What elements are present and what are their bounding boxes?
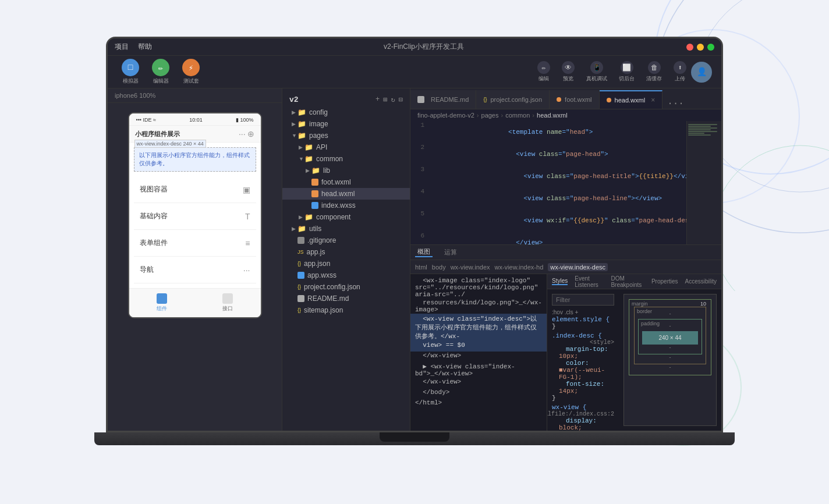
box-model: margin 10 border - padding — [623, 294, 717, 426]
edit-action-icon: ✏ — [537, 61, 550, 74]
bottom-tab-compute[interactable]: 运算 — [442, 248, 459, 257]
tree-item-app-js[interactable]: ▶ JS app.js — [282, 246, 410, 258]
toolbar-edit-action[interactable]: ✏ 编辑 — [537, 61, 550, 83]
elem-html[interactable]: html — [415, 264, 427, 271]
margin-label: margin — [632, 301, 648, 307]
user-avatar[interactable]: 👤 — [691, 62, 712, 83]
tree-collapse-icon[interactable]: ⊟ — [399, 95, 403, 104]
tree-label-lib: lib — [323, 166, 330, 175]
nav-label-navigation: 导航 — [140, 265, 154, 275]
tree-item-readme[interactable]: ▶ README.md — [282, 293, 410, 304]
component-tab-icon — [157, 293, 167, 304]
toolbar-test-btn[interactable]: ⚡ 测试套 — [178, 56, 204, 87]
code-main-editor[interactable]: 1 <template name="head"> 2 <view class="… — [410, 121, 686, 244]
tree-root-label: v2 — [289, 95, 299, 104]
clear-cache-label: 清缓存 — [646, 75, 662, 83]
tree-item-head-wxml[interactable]: ▶ head.wxml — [282, 188, 410, 200]
folder-icon-component: 📁 — [304, 213, 313, 221]
laptop-screen-body: 项目 帮助 v2-FinClip小程序开发工具 □ 模拟器 — [106, 37, 723, 432]
tab-close-head-wxml[interactable]: × — [651, 96, 655, 104]
window-close-btn[interactable] — [686, 44, 693, 51]
styles-tab-properties[interactable]: Properties — [651, 278, 678, 285]
toolbar-preview-action[interactable]: 👁 预览 — [562, 61, 575, 83]
interface-tab-icon — [222, 293, 233, 304]
phone-nav-basic-content[interactable]: 基础内容 T — [134, 203, 256, 230]
elem-wx-view-index-hd[interactable]: wx-view.index-hd — [495, 264, 544, 271]
line-num-5: 5 — [410, 210, 431, 217]
bottom-line-3: <wx-view class="index-desc">以下用展示小程序官方组件… — [410, 314, 547, 341]
phone-nav-navigation[interactable]: 导航 ··· — [134, 257, 256, 283]
tree-arrow-common: ▼ — [299, 156, 304, 162]
elem-wx-view-index[interactable]: wx-view.index — [451, 264, 490, 271]
window-minimize-btn[interactable] — [697, 44, 704, 51]
code-split-view: 1 <template name="head"> 2 <view class="… — [410, 121, 721, 244]
menu-project[interactable]: 项目 — [115, 42, 129, 52]
tree-item-pages[interactable]: ▼ 📁 pages — [282, 130, 410, 141]
tree-new-folder-icon[interactable]: ⊞ — [383, 95, 387, 104]
menu-help[interactable]: 帮助 — [138, 42, 152, 52]
tab-dot-head-wxml — [607, 98, 611, 102]
tree-item-foot-wxml[interactable]: ▶ foot.wxml — [282, 176, 410, 188]
tree-item-utils[interactable]: ▶ 📁 utils — [282, 223, 410, 235]
styles-filter-input[interactable] — [552, 294, 614, 306]
tree-item-config[interactable]: ▶ 📁 config — [282, 107, 410, 118]
phone-highlight-box: wx-view.index-desc 240 × 44 以下用展示小程序官方组件… — [134, 147, 256, 172]
tab-project-config[interactable]: {} project.config.json — [476, 90, 550, 109]
styles-tab-dom-breakpoints[interactable]: DOM Breakpoints — [611, 275, 644, 288]
elem-body[interactable]: body — [432, 264, 446, 271]
bottom-tab-overview[interactable]: 概图 — [415, 247, 433, 257]
phone-tab-interface[interactable]: 接口 — [195, 293, 261, 313]
tab-foot-wxml[interactable]: foot.wxml — [550, 90, 599, 109]
window-maximize-btn[interactable] — [707, 44, 714, 51]
toolbar-device-debug-action[interactable]: 📱 真机调试 — [586, 61, 607, 83]
tab-readme[interactable]: README.md — [410, 90, 476, 109]
tree-item-project-config[interactable]: ▶ {} project.config.json — [282, 281, 410, 293]
tree-item-image[interactable]: ▶ 📁 image — [282, 118, 410, 130]
toolbar-upload-action[interactable]: ⬆ 上传 — [674, 61, 686, 83]
toolbar-clear-cache-action[interactable]: 🗑 清缓存 — [646, 61, 662, 83]
toolbar-editor-btn[interactable]: ✏ 编辑器 — [147, 56, 174, 87]
bottom-line-text-1: <wx-image class="index-logo" src="../res… — [415, 277, 542, 298]
tree-item-index-wxss[interactable]: ▶ index.wxss — [282, 200, 410, 211]
tree-item-app-json[interactable]: ▶ {} app.json — [282, 258, 410, 269]
bottom-line-6: ▶ <wx-view class="index-bd">_</wx-view> — [410, 362, 547, 378]
toolbar-background-action[interactable]: ⬜ 切后台 — [619, 61, 635, 83]
menu-bar: 项目 帮助 v2-FinClip小程序开发工具 — [108, 38, 721, 56]
tab-head-wxml[interactable]: head.wxml × — [600, 90, 663, 109]
edit-action-label: 编辑 — [539, 75, 549, 83]
tree-arrow-utils: ▶ — [292, 226, 297, 232]
phone-tab-component[interactable]: 组件 — [129, 293, 195, 313]
border-bottom-val: - — [638, 354, 702, 360]
phone-nav-view-container[interactable]: 视图容器 ▣ — [134, 176, 256, 203]
tree-item-api[interactable]: ▶ 📁 API — [282, 141, 410, 153]
tab-overflow-menu[interactable]: ··· — [663, 98, 689, 109]
tree-item-sitemap[interactable]: ▶ {} sitemap.json — [282, 304, 410, 316]
tree-refresh-icon[interactable]: ↻ — [391, 95, 395, 104]
window-controls — [686, 44, 714, 51]
tree-item-gitignore[interactable]: ▶ .gitignore — [282, 235, 410, 246]
tree-item-common[interactable]: ▼ 📁 common — [282, 153, 410, 165]
folder-icon-api: 📁 — [304, 143, 313, 151]
tree-item-lib[interactable]: ▶ 📁 lib — [282, 165, 410, 176]
tree-arrow-lib: ▶ — [306, 168, 311, 173]
elem-wx-view-index-desc[interactable]: wx-view.index-desc — [548, 263, 608, 271]
styles-tab-styles[interactable]: Styles — [552, 278, 568, 285]
line-num-1: 1 — [410, 122, 431, 129]
styles-tab-event-listeners[interactable]: Event Listeners — [575, 275, 604, 288]
tree-item-component[interactable]: ▶ 📁 component — [282, 211, 410, 223]
tree-arrow-pages: ▼ — [292, 133, 297, 139]
folder-icon-pages: 📁 — [297, 132, 306, 140]
tree-label-gitignore: .gitignore — [307, 236, 336, 244]
code-line-6: 6 </view> — [410, 232, 686, 244]
bottom-panel-tabs: 概图 运算 — [410, 245, 721, 260]
tree-new-file-icon[interactable]: + — [375, 95, 380, 104]
bottom-line-1: <wx-image class="index-logo" src="../res… — [410, 276, 547, 299]
toolbar-simulator-btn[interactable]: □ 模拟器 — [117, 56, 144, 87]
tree-item-app-wxss[interactable]: ▶ app.wxss — [282, 269, 410, 281]
phone-status-bar: ••• IDE ≈ 10:01 ▮ 100% — [129, 113, 261, 126]
bottom-line-9: </html> — [410, 399, 547, 409]
phone-nav-form[interactable]: 表单组件 ≡ — [134, 230, 256, 257]
preview-action-label: 预览 — [563, 75, 573, 83]
styles-tab-accessibility[interactable]: Accessibility — [685, 278, 717, 285]
styles-rules-panel: :hov .cls + element.style { } .i — [547, 289, 619, 431]
